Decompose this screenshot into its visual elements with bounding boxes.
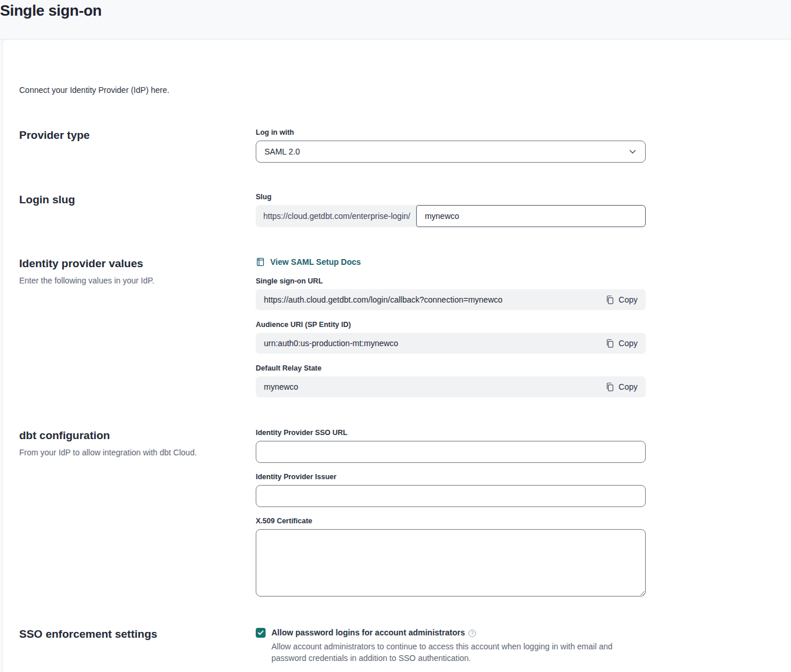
intro-text: Connect your Identity Provider (IdP) her… — [19, 86, 791, 95]
copy-icon — [606, 382, 614, 391]
sso-url-group: Single sign-on URL https://auth.cloud.ge… — [256, 278, 646, 310]
sso-enforcement-heading: SSO enforcement settings — [19, 628, 256, 641]
audience-uri-field: urn:auth0:us-production-mt:mynewco Copy — [256, 333, 646, 354]
audience-uri-copy-button[interactable]: Copy — [606, 339, 638, 348]
allow-password-label-text: Allow password logins for account admini… — [271, 628, 465, 637]
relay-state-copy-button[interactable]: Copy — [606, 382, 638, 391]
relay-state-group: Default Relay State mynewco Copy — [256, 365, 646, 397]
audience-uri-value: urn:auth0:us-production-mt:mynewco — [264, 339, 398, 348]
x509-certificate-group: X.509 Certificate — [256, 518, 646, 596]
slug-field: https://cloud.getdbt.com/enterprise-logi… — [256, 205, 646, 227]
audience-uri-label: Audience URI (SP Entity ID) — [256, 321, 646, 329]
log-in-with-value: SAML 2.0 — [264, 147, 300, 156]
allow-password-description: Allow account administrators to continue… — [271, 641, 639, 664]
x509-certificate-label: X.509 Certificate — [256, 518, 646, 525]
idp-values-subheading: Enter the following values in your IdP. — [19, 275, 217, 286]
idp-issuer-input[interactable] — [256, 485, 646, 507]
journal-icon — [256, 257, 265, 267]
dbt-configuration-heading: dbt configuration — [19, 429, 256, 442]
section-sso-enforcement: SSO enforcement settings Allow password … — [19, 628, 791, 664]
idp-sso-url-input[interactable] — [256, 441, 646, 463]
allow-password-logins-row: Allow password logins for account admini… — [256, 628, 646, 664]
settings-card: Connect your Identity Provider (IdP) her… — [2, 39, 791, 672]
slug-label: Slug — [256, 193, 646, 201]
sso-url-field: https://auth.cloud.getdbt.com/login/call… — [256, 289, 646, 310]
idp-issuer-group: Identity Provider Issuer — [256, 473, 646, 507]
provider-type-heading: Provider type — [19, 129, 256, 142]
dbt-configuration-subheading: From your IdP to allow integration with … — [19, 447, 217, 458]
copy-label: Copy — [618, 339, 638, 348]
sso-url-label: Single sign-on URL — [256, 278, 646, 285]
section-login-slug: Login slug Slug https://cloud.getdbt.com… — [19, 193, 791, 227]
idp-sso-url-group: Identity Provider SSO URL — [256, 429, 646, 463]
log-in-with-label: Log in with — [256, 129, 646, 136]
relay-state-label: Default Relay State — [256, 365, 646, 372]
view-saml-docs-label: View SAML Setup Docs — [270, 257, 361, 267]
audience-uri-group: Audience URI (SP Entity ID) urn:auth0:us… — [256, 321, 646, 354]
log-in-with-select[interactable]: SAML 2.0 — [256, 141, 646, 163]
chevron-down-icon — [629, 150, 636, 154]
relay-state-field: mynewco Copy — [256, 376, 646, 397]
copy-icon — [606, 295, 614, 304]
x509-certificate-textarea[interactable] — [256, 529, 646, 596]
idp-values-heading: Identity provider values — [19, 257, 256, 270]
slug-input[interactable] — [416, 205, 646, 227]
allow-password-checkbox[interactable] — [256, 628, 266, 638]
slug-prefix: https://cloud.getdbt.com/enterprise-logi… — [256, 205, 416, 227]
checkmark-icon — [257, 630, 264, 635]
copy-icon — [606, 339, 614, 348]
view-saml-docs-link[interactable]: View SAML Setup Docs — [256, 257, 361, 267]
help-icon[interactable]: ? — [468, 630, 476, 637]
sso-url-value: https://auth.cloud.getdbt.com/login/call… — [264, 295, 503, 304]
copy-label: Copy — [618, 382, 638, 391]
idp-issuer-label: Identity Provider Issuer — [256, 473, 646, 481]
page-header: Single sign-on — [0, 0, 791, 39]
login-slug-heading: Login slug — [19, 193, 256, 206]
idp-sso-url-label: Identity Provider SSO URL — [256, 429, 646, 437]
relay-state-value: mynewco — [264, 382, 298, 391]
section-idp-values: Identity provider values Enter the follo… — [19, 257, 791, 397]
section-provider-type: Provider type Log in with SAML 2.0 — [19, 129, 791, 163]
sso-url-copy-button[interactable]: Copy — [606, 295, 638, 304]
section-dbt-configuration: dbt configuration From your IdP to allow… — [19, 429, 791, 596]
allow-password-label: Allow password logins for account admini… — [271, 628, 639, 638]
copy-label: Copy — [618, 295, 638, 304]
page-title: Single sign-on — [0, 0, 791, 20]
